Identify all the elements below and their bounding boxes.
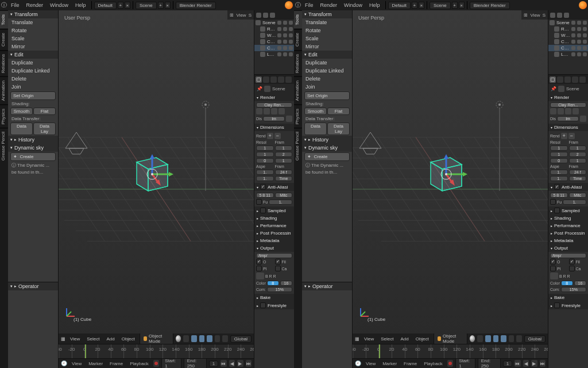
vp-menu-object[interactable]: Object [119, 336, 137, 342]
section-perf[interactable]: Performance [254, 222, 294, 229]
lamp-gizmo[interactable] [494, 99, 505, 193]
timeline-ruler[interactable]: -40-200204060801001201401601802002202402… [59, 344, 254, 359]
ca-check[interactable] [275, 266, 281, 271]
scene-close-icon[interactable]: × [165, 2, 171, 9]
freestyle-checkbox[interactable] [260, 302, 266, 308]
tab-tools[interactable]: Tools [0, 10, 8, 29]
section-meta[interactable]: Metadata [548, 237, 588, 244]
manipulator-translate-icon[interactable] [485, 335, 491, 342]
prop-tab-3[interactable] [278, 76, 284, 83]
outliner-item[interactable]: Camera [548, 39, 588, 45]
cursor-icon[interactable] [283, 27, 287, 31]
tool-mirror[interactable]: Mirror [8, 43, 58, 51]
outliner-filter-icon[interactable] [263, 13, 268, 18]
full-sample-checkbox[interactable] [256, 199, 262, 205]
fi-check[interactable] [275, 259, 281, 264]
start-field[interactable]: Start: 1 [455, 358, 475, 368]
editor-type-timeline-icon[interactable]: 🕘 [355, 361, 361, 366]
dynsky-create-button[interactable]: ✦ Create [10, 152, 56, 161]
tab-relations[interactable]: Relations [294, 50, 302, 76]
tab-physics[interactable]: Physics [294, 105, 302, 128]
output-path[interactable]: /tmp/ [256, 253, 292, 258]
tool-translate[interactable]: Translate [302, 18, 352, 26]
output-path[interactable]: /tmp/ [550, 253, 586, 258]
prop-tab-4[interactable] [285, 76, 292, 83]
panel-history[interactable]: ▸ History [8, 136, 58, 144]
menu-help[interactable]: Help [366, 1, 383, 9]
outliner-item[interactable]: Lamp [254, 51, 294, 57]
dim-field[interactable]: 1 [256, 152, 274, 157]
format-icon[interactable] [256, 273, 264, 279]
manipulator-scale-icon[interactable] [501, 335, 506, 342]
aa-checkbox[interactable] [554, 184, 560, 190]
o-check[interactable] [256, 259, 262, 264]
dim-field[interactable]: 1 [275, 145, 293, 151]
anim-icon[interactable] [558, 108, 564, 114]
tl-menu-view[interactable]: View [363, 361, 378, 367]
prop-tab-3[interactable] [572, 76, 578, 83]
audio-icon[interactable] [271, 108, 277, 114]
section-bake[interactable]: Bake [548, 294, 588, 301]
eye-icon[interactable] [277, 27, 281, 31]
layout-select[interactable]: Default [388, 2, 411, 9]
tool-duplicate-linked[interactable]: Duplicate Linked [8, 67, 58, 75]
menu-file[interactable]: File [302, 1, 316, 9]
menu-window[interactable]: Window [47, 1, 71, 9]
preset-add-icon[interactable]: + [267, 133, 273, 139]
cursor-icon[interactable] [283, 52, 287, 56]
outliner-item[interactable]: Cube [548, 45, 588, 51]
render-icon[interactable] [289, 46, 293, 50]
dim-field[interactable]: 1. [256, 170, 274, 175]
prop-tab-1[interactable] [263, 76, 269, 83]
editor-type-icon[interactable]: ⓘ [295, 1, 301, 9]
dim-field[interactable]: 1. [550, 170, 568, 175]
prop-tab-0[interactable] [256, 76, 262, 83]
render-icon[interactable] [583, 52, 587, 56]
panel-edit[interactable]: Edit [8, 51, 58, 59]
tool-duplicate[interactable]: Duplicate [302, 59, 352, 67]
outliner-item[interactable]: Scene [548, 20, 588, 26]
breadcrumb[interactable]: 📌Scene [548, 84, 588, 94]
depth-8[interactable]: 8 [561, 281, 573, 286]
render-icon[interactable] [289, 27, 293, 31]
section-sampled[interactable]: Sampled [548, 206, 588, 214]
outliner-item[interactable]: RenderLayers [548, 26, 588, 32]
render-icon[interactable] [256, 108, 262, 114]
dim-field[interactable]: Time [569, 176, 587, 181]
tool-duplicate[interactable]: Duplicate [8, 59, 58, 67]
aa-samples[interactable]: 5 8 11 [256, 193, 274, 198]
timeline-ruler[interactable]: -40-200204060801001201401601802002202402… [353, 344, 548, 359]
eye-icon[interactable] [571, 52, 575, 56]
render-icon[interactable] [583, 33, 587, 37]
prop-tab-0[interactable] [550, 76, 556, 83]
aa-size[interactable]: 1. [269, 200, 292, 205]
shading-mode-icon[interactable] [470, 335, 475, 342]
jump-start-icon[interactable]: ⏮ [220, 360, 226, 367]
dim-field[interactable]: 24 f [275, 170, 293, 175]
cursor-icon[interactable] [577, 46, 581, 50]
active-object-cube[interactable] [424, 150, 469, 201]
editor-type-outliner-icon[interactable] [256, 13, 261, 18]
menu-render[interactable]: Render [318, 1, 341, 9]
vp-menu-view[interactable]: View [362, 336, 376, 342]
outliner-item[interactable]: World [548, 32, 588, 39]
menu-help[interactable]: Help [72, 1, 89, 9]
orientation-select[interactable]: Global [524, 335, 546, 343]
tool-translate[interactable]: Translate [8, 18, 58, 26]
end-field[interactable]: End: 250 [478, 358, 501, 368]
layout-add-icon[interactable]: + [118, 2, 123, 9]
section-antialias[interactable]: Anti-Aliasi [548, 183, 588, 191]
menu-file[interactable]: File [8, 1, 22, 9]
sampled-checkbox[interactable] [260, 208, 266, 213]
pl-check[interactable] [550, 266, 556, 271]
mode-select[interactable]: Object Mode [434, 332, 467, 345]
depth-16[interactable]: 16 [280, 281, 292, 286]
pivot-icon[interactable] [183, 335, 189, 342]
panel-edit[interactable]: Edit [302, 51, 352, 59]
scene-select[interactable]: Scene [136, 2, 157, 9]
tl-menu-playback[interactable]: Playback [421, 361, 444, 367]
menu-window[interactable]: Window [341, 1, 365, 9]
full-sample-checkbox[interactable] [550, 199, 556, 205]
tab-grease-pencil[interactable]: Grease Pencil [294, 128, 302, 164]
dim-field[interactable]: 0 [256, 158, 274, 163]
